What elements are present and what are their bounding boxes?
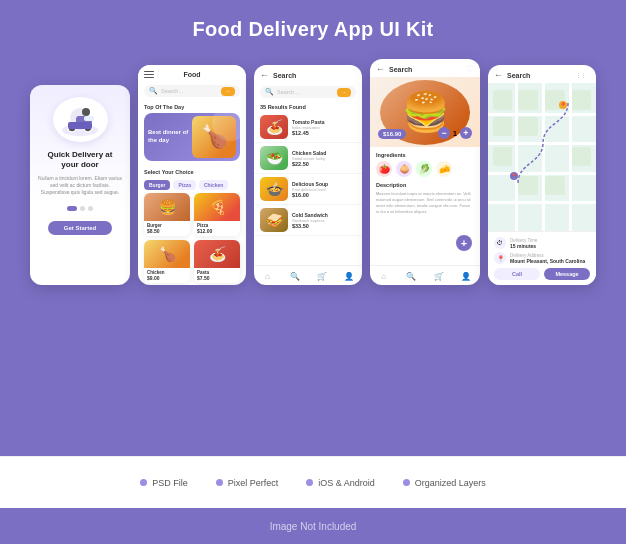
screen-food-listing: Food 🔍 Search... → Top Of The Day Best d… [138, 65, 246, 285]
nav-cart-icon-p[interactable]: 🛒 [433, 270, 445, 282]
select-choice-label: Select Your Choice [138, 167, 246, 177]
get-started-button[interactable]: Get Started [48, 221, 112, 235]
heart-icon[interactable]: ♡ [466, 64, 474, 74]
qty-minus-button[interactable]: − [438, 127, 450, 139]
food-grid: 🍔 Burger $8.50 🍕 Pizza $12.00 [138, 193, 246, 285]
ingredients-label: Ingredients [376, 152, 474, 158]
bottom-nav-product: ⌂ 🔍 🛒 👤 [370, 265, 480, 285]
result-item-1[interactable]: 🍝 Tomato Pasta Italia restaurant $12.45 [254, 112, 362, 143]
feature-dot-psd [140, 479, 147, 486]
search-screen-header: ← Search [254, 65, 362, 83]
nav-profile-icon-s[interactable]: 👤 [343, 270, 355, 282]
food-card-chicken[interactable]: 🍗 Chicken $9.00 [144, 240, 190, 283]
food-card-pasta[interactable]: 🍝 Pasta $7.50 [194, 240, 240, 283]
food-search-button[interactable]: → [221, 87, 235, 96]
product-price-badge: $16.90 [378, 129, 406, 139]
result-image-4: 🥪 [260, 208, 288, 232]
screen-onboarding: Quick Delivery at your door Nullam a tin… [30, 85, 130, 285]
hamburger-menu-icon[interactable] [144, 71, 154, 78]
onboarding-subtext: Nullam a tincidunt lorem. Etiam varius s… [38, 175, 122, 196]
result-item-3[interactable]: 🍲 Delicious Soup Fast delicious food $16… [254, 174, 362, 205]
ingredients-row: 🍅 🧅 🥬 🧀 [376, 161, 474, 177]
qty-plus-button[interactable]: + [460, 127, 472, 139]
screen-search-results: ← Search 🔍 Search... → 35 Results Found … [254, 65, 362, 285]
main-background: Food Delivery App UI Kit Quick Delivery … [0, 0, 626, 456]
result-image-2: 🥗 [260, 146, 288, 170]
message-button[interactable]: Message [544, 268, 590, 280]
feature-pixel-perfect: Pixel Perfect [216, 478, 279, 488]
product-screen-header: ← Search ♡ [370, 59, 480, 77]
category-row: Burger Pizza Chicken [138, 180, 246, 193]
delivery-illustration [53, 97, 108, 142]
svg-point-2 [82, 108, 90, 116]
feature-label-pixel: Pixel Perfect [228, 478, 279, 488]
onboarding-dots [67, 206, 93, 211]
search-results-icon: 🔍 [265, 88, 274, 96]
back-arrow-icon[interactable]: ← [260, 70, 269, 80]
food-card-image-pizza: 🍕 [194, 193, 240, 221]
category-pizza[interactable]: Pizza [173, 180, 196, 190]
map-pin-end: 📍 [510, 172, 518, 180]
screen-delivery-tracking: ← Search ⋮⋮ [488, 65, 596, 285]
nav-home-icon-s[interactable]: ⌂ [262, 270, 274, 282]
tracking-screen-header: ← Search ⋮⋮ [488, 65, 596, 83]
category-chicken[interactable]: Chicken [199, 180, 228, 190]
delivery-address-row: 📍 Delivery Address Mount Pleasant, South… [494, 252, 590, 264]
nav-search-icon-s[interactable]: 🔍 [289, 270, 301, 282]
food-card-image-pasta: 🍝 [194, 240, 240, 268]
svg-rect-6 [68, 122, 92, 129]
feature-dot-ios [306, 479, 313, 486]
food-card-pizza[interactable]: 🍕 Pizza $12.00 [194, 193, 240, 236]
feature-label-layers: Organized Layers [415, 478, 486, 488]
food-search-bar[interactable]: 🔍 Search... → [144, 85, 240, 97]
feature-label-psd: PSD File [152, 478, 188, 488]
product-description: Maecen tincidunt turpis at mauris elemen… [376, 191, 474, 215]
result-item-4[interactable]: 🥪 Cold Sandwich Sandwich express $33.50 [254, 205, 362, 236]
nav-profile-icon-p[interactable]: 👤 [460, 270, 472, 282]
page-title: Food Delivery App UI Kit [193, 18, 434, 41]
food-screen-header: Food [138, 65, 246, 82]
nav-home-icon-p[interactable]: ⌂ [378, 270, 390, 282]
nav-cart-icon-s[interactable]: 🛒 [316, 270, 328, 282]
category-burger[interactable]: Burger [144, 180, 170, 190]
bottom-nav-search: ⌂ 🔍 🛒 👤 [254, 265, 362, 285]
qty-value: 1 [453, 130, 457, 137]
add-to-cart-button[interactable]: + [456, 235, 472, 251]
search-icon: 🔍 [149, 87, 158, 95]
description-label: Description [376, 182, 474, 188]
product-back-icon[interactable]: ← [376, 64, 385, 74]
tracking-header-title: Search [507, 72, 530, 79]
top-day-label: Top Of The Day [144, 104, 240, 110]
nav-search-icon-p[interactable]: 🔍 [405, 270, 417, 282]
delivery-time-row: ⏱ Delivery Time 15 minutes [494, 237, 590, 249]
search-results-button[interactable]: → [337, 88, 351, 97]
feature-dot-pixel [216, 479, 223, 486]
delivery-address-icon: 📍 [494, 252, 506, 264]
features-bar: PSD File Pixel Perfect iOS & Android Org… [0, 456, 626, 508]
featured-food-card[interactable]: Best dinner of the day 🍗 [144, 113, 240, 161]
result-item-2[interactable]: 🥗 Chicken Salad Salad corner lucky $22.5… [254, 143, 362, 174]
dot-3 [88, 206, 93, 211]
result-image-1: 🍝 [260, 115, 288, 139]
ingredient-tomato: 🍅 [376, 161, 392, 177]
footer-bar: Image Not Included [0, 508, 626, 544]
food-card-image-chicken: 🍗 [144, 240, 190, 268]
tracking-back-icon[interactable]: ← [494, 70, 503, 80]
results-count-label: 35 Results Found [254, 101, 362, 112]
delivery-address-value: Mount Pleasant, South Carolina [510, 258, 585, 264]
search-header-title: Search [273, 72, 296, 79]
call-button[interactable]: Call [494, 268, 540, 280]
feature-organized-layers: Organized Layers [403, 478, 486, 488]
delivery-time-label: Delivery Time [510, 238, 537, 243]
food-card-burger[interactable]: 🍔 Burger $8.50 [144, 193, 190, 236]
delivery-time-value: 15 minutes [510, 243, 537, 249]
search-results-placeholder: Search... [277, 89, 299, 95]
featured-food-text: Best dinner of the day [148, 129, 192, 145]
feature-dot-layers [403, 479, 410, 486]
tracking-action-row: Call Message [494, 268, 590, 280]
dot-2 [80, 206, 85, 211]
tracking-options-icon[interactable]: ⋮⋮ [576, 72, 590, 78]
ingredient-onion: 🧅 [396, 161, 412, 177]
search-results-bar[interactable]: 🔍 Search... → [260, 86, 356, 98]
delivery-panel: ⏱ Delivery Time 15 minutes 📍 Delivery Ad… [488, 231, 596, 285]
